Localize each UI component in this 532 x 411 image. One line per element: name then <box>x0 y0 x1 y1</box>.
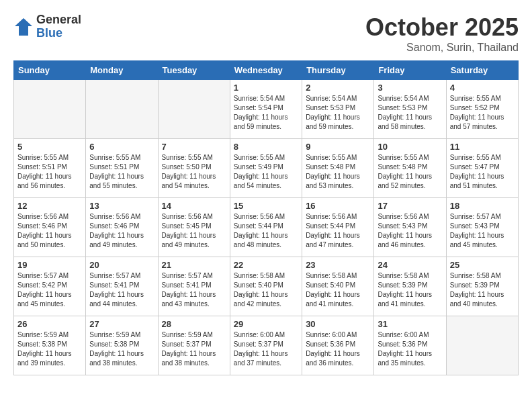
day-info: Sunrise: 5:56 AM Sunset: 5:44 PM Dayligh… <box>234 212 298 250</box>
calendar-cell: 31Sunrise: 6:00 AM Sunset: 5:36 PM Dayli… <box>374 316 446 375</box>
column-header-friday: Friday <box>374 61 446 80</box>
day-info: Sunrise: 5:54 AM Sunset: 5:53 PM Dayligh… <box>306 94 370 132</box>
day-number: 1 <box>234 83 298 93</box>
column-header-sunday: Sunday <box>14 61 86 80</box>
calendar-cell: 10Sunrise: 5:55 AM Sunset: 5:48 PM Dayli… <box>374 139 446 198</box>
column-header-thursday: Thursday <box>302 61 374 80</box>
day-number: 31 <box>378 319 442 329</box>
calendar-table: SundayMondayTuesdayWednesdayThursdayFrid… <box>13 60 519 375</box>
day-info: Sunrise: 5:55 AM Sunset: 5:48 PM Dayligh… <box>378 153 442 191</box>
calendar-cell: 16Sunrise: 5:56 AM Sunset: 5:44 PM Dayli… <box>302 198 374 257</box>
page-header: General Blue October 2025 Sanom, Surin, … <box>13 13 519 54</box>
day-info: Sunrise: 5:55 AM Sunset: 5:51 PM Dayligh… <box>89 153 154 191</box>
logo: General Blue <box>13 13 81 40</box>
calendar-cell: 28Sunrise: 5:59 AM Sunset: 5:37 PM Dayli… <box>158 316 230 375</box>
day-info: Sunrise: 5:58 AM Sunset: 5:39 PM Dayligh… <box>378 271 442 309</box>
day-info: Sunrise: 5:56 AM Sunset: 5:44 PM Dayligh… <box>306 212 370 250</box>
calendar-cell <box>446 316 518 375</box>
day-number: 9 <box>306 142 370 152</box>
day-number: 11 <box>450 142 515 152</box>
logo-icon <box>13 17 34 37</box>
day-info: Sunrise: 5:59 AM Sunset: 5:38 PM Dayligh… <box>89 330 154 368</box>
day-number: 24 <box>378 260 442 270</box>
calendar-cell: 6Sunrise: 5:55 AM Sunset: 5:51 PM Daylig… <box>86 139 158 198</box>
calendar-week-row: 12Sunrise: 5:56 AM Sunset: 5:46 PM Dayli… <box>14 198 519 257</box>
calendar-cell: 2Sunrise: 5:54 AM Sunset: 5:53 PM Daylig… <box>302 80 374 139</box>
logo-blue: Blue <box>36 27 81 40</box>
day-number: 20 <box>89 260 154 270</box>
calendar-week-row: 26Sunrise: 5:59 AM Sunset: 5:38 PM Dayli… <box>14 316 519 375</box>
day-number: 30 <box>306 319 370 329</box>
day-number: 6 <box>89 142 154 152</box>
day-info: Sunrise: 5:55 AM Sunset: 5:47 PM Dayligh… <box>450 153 515 191</box>
calendar-cell <box>14 80 86 139</box>
location-subtitle: Sanom, Surin, Thailand <box>365 42 519 54</box>
day-info: Sunrise: 5:59 AM Sunset: 5:37 PM Dayligh… <box>162 330 226 368</box>
day-number: 27 <box>89 319 154 329</box>
day-number: 19 <box>17 260 82 270</box>
day-info: Sunrise: 5:56 AM Sunset: 5:45 PM Dayligh… <box>162 212 226 250</box>
day-number: 25 <box>450 260 515 270</box>
calendar-cell: 15Sunrise: 5:56 AM Sunset: 5:44 PM Dayli… <box>230 198 302 257</box>
calendar-cell: 8Sunrise: 5:55 AM Sunset: 5:49 PM Daylig… <box>230 139 302 198</box>
day-number: 26 <box>17 319 82 329</box>
day-number: 13 <box>89 201 154 211</box>
column-header-wednesday: Wednesday <box>230 61 302 80</box>
calendar-cell: 14Sunrise: 5:56 AM Sunset: 5:45 PM Dayli… <box>158 198 230 257</box>
day-info: Sunrise: 5:56 AM Sunset: 5:46 PM Dayligh… <box>89 212 154 250</box>
day-number: 12 <box>17 201 82 211</box>
logo-general: General <box>36 13 81 27</box>
calendar-cell: 7Sunrise: 5:55 AM Sunset: 5:50 PM Daylig… <box>158 139 230 198</box>
day-number: 29 <box>234 319 298 329</box>
column-header-saturday: Saturday <box>446 61 518 80</box>
month-title: October 2025 <box>365 13 519 42</box>
day-info: Sunrise: 6:00 AM Sunset: 5:36 PM Dayligh… <box>378 330 442 368</box>
day-number: 18 <box>450 201 515 211</box>
day-info: Sunrise: 5:58 AM Sunset: 5:40 PM Dayligh… <box>306 271 370 309</box>
calendar-cell: 11Sunrise: 5:55 AM Sunset: 5:47 PM Dayli… <box>446 139 518 198</box>
calendar-cell: 22Sunrise: 5:58 AM Sunset: 5:40 PM Dayli… <box>230 257 302 316</box>
day-info: Sunrise: 5:55 AM Sunset: 5:49 PM Dayligh… <box>234 153 298 191</box>
svg-marker-0 <box>15 18 32 36</box>
calendar-cell: 13Sunrise: 5:56 AM Sunset: 5:46 PM Dayli… <box>86 198 158 257</box>
calendar-cell <box>158 80 230 139</box>
calendar-cell: 3Sunrise: 5:54 AM Sunset: 5:53 PM Daylig… <box>374 80 446 139</box>
day-info: Sunrise: 5:54 AM Sunset: 5:53 PM Dayligh… <box>378 94 442 132</box>
calendar-cell: 1Sunrise: 5:54 AM Sunset: 5:54 PM Daylig… <box>230 80 302 139</box>
logo-text: General Blue <box>36 13 81 40</box>
day-info: Sunrise: 5:55 AM Sunset: 5:51 PM Dayligh… <box>17 153 82 191</box>
day-info: Sunrise: 5:57 AM Sunset: 5:43 PM Dayligh… <box>450 212 515 250</box>
day-number: 7 <box>162 142 226 152</box>
day-info: Sunrise: 5:56 AM Sunset: 5:46 PM Dayligh… <box>17 212 82 250</box>
calendar-header-row: SundayMondayTuesdayWednesdayThursdayFrid… <box>14 61 519 80</box>
calendar-cell: 12Sunrise: 5:56 AM Sunset: 5:46 PM Dayli… <box>14 198 86 257</box>
title-block: October 2025 Sanom, Surin, Thailand <box>365 13 519 54</box>
day-number: 10 <box>378 142 442 152</box>
day-info: Sunrise: 5:57 AM Sunset: 5:41 PM Dayligh… <box>89 271 154 309</box>
calendar-week-row: 1Sunrise: 5:54 AM Sunset: 5:54 PM Daylig… <box>14 80 519 139</box>
day-number: 4 <box>450 83 515 93</box>
day-number: 5 <box>17 142 82 152</box>
calendar-cell: 26Sunrise: 5:59 AM Sunset: 5:38 PM Dayli… <box>14 316 86 375</box>
calendar-cell: 27Sunrise: 5:59 AM Sunset: 5:38 PM Dayli… <box>86 316 158 375</box>
calendar-cell: 23Sunrise: 5:58 AM Sunset: 5:40 PM Dayli… <box>302 257 374 316</box>
day-number: 3 <box>378 83 442 93</box>
day-info: Sunrise: 5:58 AM Sunset: 5:39 PM Dayligh… <box>450 271 515 309</box>
day-number: 2 <box>306 83 370 93</box>
day-number: 23 <box>306 260 370 270</box>
day-info: Sunrise: 5:55 AM Sunset: 5:52 PM Dayligh… <box>450 94 515 132</box>
calendar-cell: 21Sunrise: 5:57 AM Sunset: 5:41 PM Dayli… <box>158 257 230 316</box>
day-info: Sunrise: 5:55 AM Sunset: 5:48 PM Dayligh… <box>306 153 370 191</box>
calendar-cell: 19Sunrise: 5:57 AM Sunset: 5:42 PM Dayli… <box>14 257 86 316</box>
calendar-week-row: 5Sunrise: 5:55 AM Sunset: 5:51 PM Daylig… <box>14 139 519 198</box>
calendar-cell: 17Sunrise: 5:56 AM Sunset: 5:43 PM Dayli… <box>374 198 446 257</box>
day-info: Sunrise: 5:59 AM Sunset: 5:38 PM Dayligh… <box>17 330 82 368</box>
day-info: Sunrise: 5:54 AM Sunset: 5:54 PM Dayligh… <box>234 94 298 132</box>
day-info: Sunrise: 6:00 AM Sunset: 5:37 PM Dayligh… <box>234 330 298 368</box>
day-info: Sunrise: 5:57 AM Sunset: 5:42 PM Dayligh… <box>17 271 82 309</box>
day-info: Sunrise: 5:55 AM Sunset: 5:50 PM Dayligh… <box>162 153 226 191</box>
day-number: 8 <box>234 142 298 152</box>
day-number: 21 <box>162 260 226 270</box>
day-info: Sunrise: 5:56 AM Sunset: 5:43 PM Dayligh… <box>378 212 442 250</box>
calendar-week-row: 19Sunrise: 5:57 AM Sunset: 5:42 PM Dayli… <box>14 257 519 316</box>
